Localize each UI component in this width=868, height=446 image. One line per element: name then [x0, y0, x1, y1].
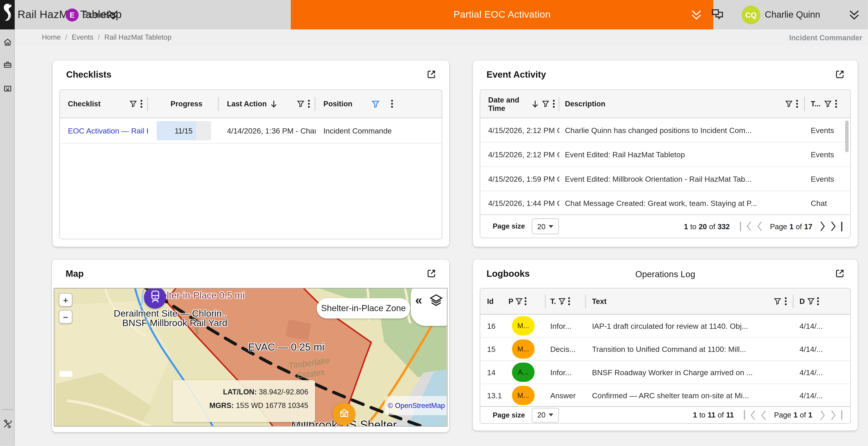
event-activity-open-icon[interactable] [835, 69, 845, 82]
pagination: Page1of17 [740, 221, 842, 231]
map-open-icon[interactable] [426, 268, 437, 281]
filter-active-icon[interactable] [372, 100, 379, 108]
facility-icon[interactable] [0, 84, 15, 93]
osm-attribution[interactable]: © OpenStreetMap [385, 396, 447, 415]
logbook-row[interactable]: 13.1 M... Answer Confirmed — ARC shelter… [480, 384, 850, 408]
filter-icon[interactable] [824, 100, 831, 108]
tools-icon[interactable] [0, 419, 15, 429]
kebab-menu-icon[interactable] [308, 100, 310, 108]
filter-icon[interactable] [774, 297, 781, 305]
rail-yard-label: BNSF Millbrook Rail Yard [122, 318, 227, 328]
evac-label: EVAC — 0.25 mi [248, 342, 324, 353]
expand-sidebar-icon[interactable]: » [0, 442, 15, 446]
logbook-row[interactable]: 15 M... Decis... Transition to Unified C… [480, 338, 850, 361]
event-menu-chevron-icon[interactable] [106, 8, 120, 24]
next-page-icon[interactable] [820, 410, 826, 420]
col-header-datetime[interactable]: Date and Time [480, 90, 559, 118]
page-size-select[interactable]: 20 [532, 218, 559, 234]
col-header-progress[interactable]: Progress [148, 90, 219, 118]
activation-chevron-icon[interactable] [690, 8, 703, 24]
breadcrumb-home[interactable]: Home [42, 33, 61, 41]
filter-icon[interactable] [515, 297, 523, 305]
activation-banner[interactable]: Partial EOC Activation [291, 0, 713, 29]
filter-icon[interactable] [297, 100, 304, 108]
col-header-type[interactable]: T. [546, 288, 586, 314]
page-size-label: Page size [493, 222, 525, 230]
layers-icon[interactable] [429, 293, 443, 310]
logbooks-open-icon[interactable] [835, 268, 845, 281]
logbook-row[interactable]: 14 A... Infor... BNSF Roadway Worker in … [480, 361, 850, 384]
first-page-icon[interactable] [750, 410, 756, 420]
last-page-icon[interactable] [831, 410, 836, 420]
map-card: Map [52, 260, 449, 433]
checklists-table: Checklist Progress Last Action [60, 89, 443, 240]
filter-icon[interactable] [807, 297, 815, 305]
sort-desc-icon[interactable] [270, 100, 277, 108]
filter-icon[interactable] [785, 100, 793, 108]
col-header-date[interactable]: D [794, 288, 850, 314]
last-page-icon[interactable] [831, 221, 836, 231]
kebab-menu-icon[interactable] [140, 100, 142, 108]
collapse-panel-icon[interactable]: « [415, 294, 422, 307]
user-avatar[interactable]: CQ [742, 5, 761, 24]
kebab-menu-icon[interactable] [568, 297, 570, 306]
breadcrumb-separator: / [65, 33, 67, 41]
logbook-row[interactable]: 16 M... Infor... IAP-1 draft circulated … [480, 315, 850, 338]
col-header-type[interactable]: T... [805, 90, 850, 118]
kebab-menu-icon[interactable] [785, 297, 787, 306]
school-icon [338, 407, 350, 421]
map-canvas[interactable]: Timberlake Estates Dunkles Tejuaco Court… [54, 288, 447, 427]
row-range: 1to20of332 [684, 222, 730, 231]
coordinates-box: LAT/LON: 38.942/-92.806 MGRS: 15S WD 167… [173, 380, 315, 422]
sort-desc-icon[interactable] [531, 100, 538, 108]
checklist-link[interactable]: EOC Activation — Rail HazM [68, 127, 148, 135]
shelter-marker[interactable] [333, 403, 355, 425]
briefcase-icon[interactable] [0, 60, 15, 70]
checklists-open-icon[interactable] [426, 69, 437, 82]
prev-page-icon[interactable] [757, 221, 763, 231]
zoom-in-button[interactable]: + [59, 293, 72, 307]
breadcrumb-bar: Home / Events / Rail HazMat Tabletop Inc… [15, 29, 868, 45]
map-zoom-controls: + − [59, 293, 72, 324]
app-logo[interactable] [0, 0, 15, 29]
col-header-id[interactable]: Id [480, 288, 503, 314]
col-header-priority[interactable]: P [503, 288, 546, 314]
filter-icon[interactable] [129, 100, 137, 108]
col-header-text[interactable]: Text [586, 288, 794, 314]
page-indicator: Page1of1 [774, 411, 812, 419]
next-page-icon[interactable] [820, 221, 826, 231]
filter-icon[interactable] [542, 100, 549, 108]
col-header-position[interactable]: Position [315, 90, 442, 118]
col-header-last-action[interactable]: Last Action [219, 90, 315, 118]
activity-row[interactable]: 4/15/2026, 1:59 PM CST Event Edited: Mil… [480, 167, 850, 191]
col-header-description[interactable]: Description [559, 90, 805, 118]
first-page-icon[interactable] [746, 221, 752, 231]
kebab-menu-icon[interactable] [552, 100, 555, 108]
date-cell: 4/14/... [794, 361, 850, 384]
priority-badge: M... [512, 386, 534, 405]
type-cell: Answer [546, 384, 586, 407]
kebab-menu-icon[interactable] [817, 297, 819, 306]
home-icon[interactable] [0, 37, 15, 47]
position-cell: Incident Commande [315, 118, 442, 143]
activity-row[interactable]: 4/15/2026, 1:44 PM CST Chat Message Crea… [480, 191, 850, 216]
filter-icon[interactable] [558, 297, 566, 305]
breadcrumb-events[interactable]: Events [72, 33, 93, 41]
mgrs-value: 15S WD 16778 10345 [236, 401, 308, 410]
checklist-row[interactable]: EOC Activation — Rail HazM 11/15 4/14/20… [60, 118, 442, 144]
activity-row[interactable]: 4/15/2026, 2:12 PM CST Charlie Quinn has… [480, 118, 850, 143]
activity-row[interactable]: 4/15/2026, 2:12 PM CST Event Edited: Rai… [480, 142, 850, 167]
kebab-menu-icon[interactable] [835, 100, 837, 108]
user-menu-chevron-icon[interactable] [847, 8, 861, 24]
chat-icon[interactable] [711, 8, 725, 25]
kebab-menu-icon[interactable] [391, 100, 393, 108]
zoom-out-button[interactable]: − [59, 310, 72, 324]
kebab-menu-icon[interactable] [796, 100, 798, 108]
table-scrollbar[interactable] [845, 121, 848, 152]
col-header-checklist[interactable]: Checklist [60, 90, 148, 118]
event-activity-title: Event Activity [487, 70, 546, 80]
datetime-cell: 4/15/2026, 1:59 PM CST [480, 167, 559, 191]
page-size-select[interactable]: 20 [532, 408, 559, 422]
kebab-menu-icon[interactable] [524, 297, 526, 306]
prev-page-icon[interactable] [761, 410, 767, 420]
